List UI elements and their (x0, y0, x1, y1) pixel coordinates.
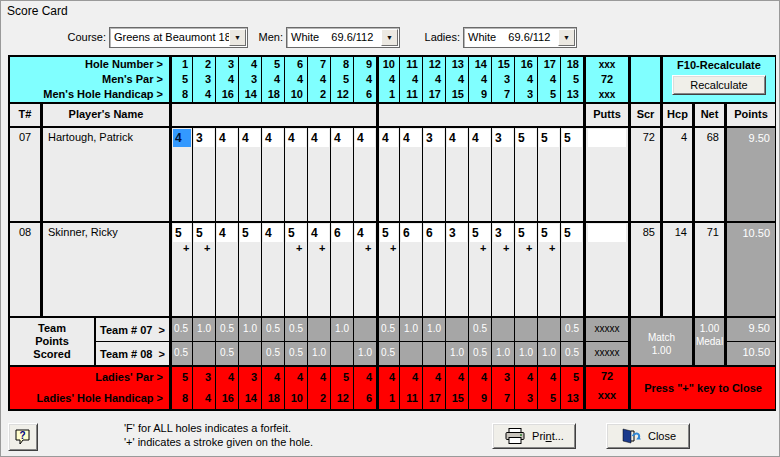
score-cell[interactable]: 6 (424, 224, 444, 242)
stroke-given-mark: + (172, 242, 192, 254)
score-cell[interactable]: 4 (355, 129, 375, 147)
help-bubble-icon: ? (14, 428, 32, 446)
score-cell[interactable]: 4 (263, 224, 283, 242)
score-cell[interactable]: 5 (240, 224, 260, 242)
ladies-par-cell: 5 (170, 367, 192, 388)
hole-cell: 4 (239, 128, 261, 221)
putts-input[interactable] (588, 224, 626, 242)
hole-cell: 4 (285, 128, 307, 221)
score-cell[interactable]: 5 (380, 224, 398, 242)
help-button[interactable]: ? (8, 423, 38, 451)
mens-handicap-cell: 10 (285, 87, 307, 102)
hole-number-cell: 5 (262, 57, 284, 72)
score-cell[interactable]: 4 (263, 129, 283, 147)
hole-cell: 5+ (170, 223, 192, 316)
score-cell[interactable]: 4 (240, 129, 260, 147)
score-cell[interactable]: 4 (309, 129, 329, 147)
print-button[interactable]: Print... (492, 423, 576, 449)
score-cell[interactable]: 5 (516, 129, 536, 147)
score-cell[interactable]: 6 (332, 224, 352, 242)
hole-cell: 3 (193, 128, 215, 221)
hole-number-cell: 7 (308, 57, 330, 72)
score-cell[interactable]: 5 (194, 224, 214, 242)
score-cell[interactable]: 4 (380, 129, 398, 147)
men-tee-select[interactable]: White 69.6/112 ▼ (286, 27, 400, 48)
course-select[interactable]: Greens at Beaumont 18 ▼ (109, 27, 248, 48)
score-cell[interactable]: 4 (470, 129, 490, 147)
svg-text:?: ? (19, 430, 25, 441)
score-cell[interactable]: 3 (424, 129, 444, 147)
score-cell[interactable]: 6 (401, 224, 421, 242)
hole-number-cell: 15 (492, 57, 514, 72)
score-cell[interactable]: 3 (493, 129, 513, 147)
score-cell[interactable]: 3 (447, 224, 467, 242)
course-label: Course: (60, 31, 106, 43)
score-cell[interactable]: 4 (286, 129, 306, 147)
ladies-handicap-cell: 18 (262, 388, 284, 409)
mens-handicap-cell: 6 (354, 87, 376, 102)
hole-number-cell: 12 (423, 57, 445, 72)
ladies-par-cell: 3 (193, 367, 215, 388)
hole-cell: 4 (216, 128, 238, 221)
hole-number-cell: 1 (170, 57, 192, 72)
team-point-cell: 1.0 (193, 318, 215, 341)
printer-icon (504, 428, 526, 444)
score-cell[interactable]: 4 (309, 224, 329, 242)
score-cell[interactable]: 5 (516, 224, 536, 242)
score-cell[interactable]: 5 (562, 224, 582, 242)
score-cell[interactable]: 4 (217, 129, 237, 147)
score-cell[interactable]: 4 (447, 129, 467, 147)
hole-cell: 4+ (354, 223, 376, 316)
hole-cell: 5+ (377, 223, 399, 316)
score-cell[interactable]: 3 (493, 224, 513, 242)
chevron-down-icon[interactable]: ▼ (558, 29, 575, 46)
ladies-par-cell: 5 (561, 367, 583, 388)
team-point-cell (423, 342, 445, 365)
team-point-cell: 0.5 (285, 342, 307, 365)
chevron-down-icon[interactable]: ▼ (229, 29, 246, 46)
gross-score: 85 (629, 223, 660, 316)
score-cell[interactable]: 5 (173, 224, 191, 242)
score-cell[interactable]: 5 (470, 224, 490, 242)
hole-cell: 4 (400, 128, 422, 221)
mens-par-cell: 4 (515, 72, 537, 87)
mens-par-cell: 4 (400, 72, 422, 87)
hole-number-cell: 8 (331, 57, 353, 72)
putts-column-header: Putts (584, 104, 628, 126)
team-point-cell (331, 342, 353, 365)
close-button[interactable]: Close (606, 423, 690, 449)
putts-input[interactable] (588, 129, 626, 147)
team-point-cell: 1.0 (308, 342, 330, 365)
ladies-par-summary: 72 xxx (584, 367, 628, 409)
recalculate-button[interactable]: Recalculate (672, 75, 766, 95)
match-result-cell: Match 1.00 (629, 318, 692, 365)
player-points: 9.50 (725, 128, 775, 221)
player-points: 10.50 (725, 223, 775, 316)
score-cell[interactable]: 5 (562, 129, 582, 147)
score-cell[interactable]: 5 (539, 224, 559, 242)
back-nine-header-space (377, 104, 583, 126)
score-cell[interactable]: 4 (355, 224, 375, 242)
ladies-par-cell: 4 (377, 367, 399, 388)
ladies-par-cell: 3 (492, 367, 514, 388)
team-point-cell: 0.5 (262, 342, 284, 365)
score-cell[interactable]: 4 (401, 129, 421, 147)
score-cell[interactable]: 4 (332, 129, 352, 147)
hole-cell: 3+ (492, 223, 514, 316)
score-cell[interactable]: 5 (539, 129, 559, 147)
score-cell[interactable]: 4 (173, 129, 191, 147)
team-point-cell: 1.0 (423, 318, 445, 341)
team-point-cell: 0.5 (216, 342, 238, 365)
hole-cell: 6 (400, 223, 422, 316)
chevron-down-icon[interactable]: ▼ (381, 29, 398, 46)
hole-cell: 5+ (469, 223, 491, 316)
stroke-note: '+' indicates a stroke given on the hole… (124, 435, 313, 449)
score-cell[interactable]: 4 (217, 224, 237, 242)
mens-handicap-cell: 4 (193, 87, 215, 102)
stroke-given-mark: + (379, 242, 399, 254)
score-cell[interactable]: 5 (286, 224, 306, 242)
score-cell[interactable]: 3 (194, 129, 214, 147)
tee-column-header: T# (10, 104, 40, 126)
ladies-tee-select[interactable]: White 69.6/112 ▼ (463, 27, 577, 48)
mens-par-row-label: Men's Par > (10, 72, 169, 87)
